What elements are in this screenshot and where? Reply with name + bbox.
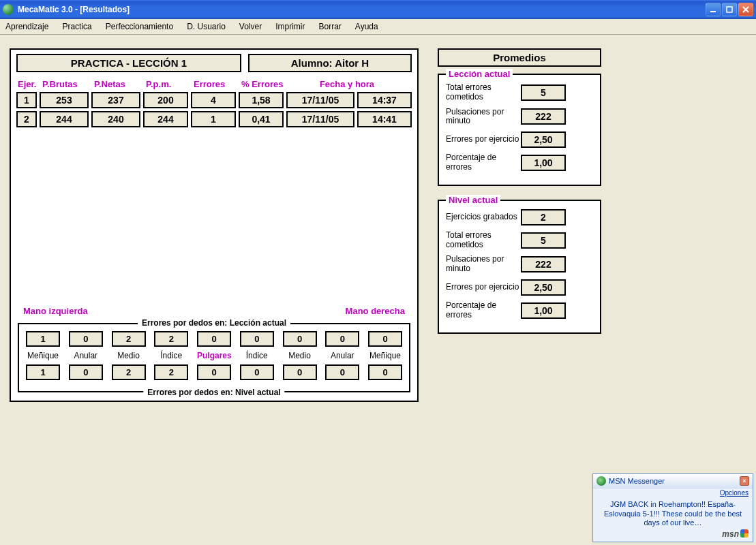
stat-value: 222 [521,256,566,272]
finger-error-cell: 2 [154,364,188,380]
table-cell: 14:41 [357,111,412,127]
table-cell: 237 [91,92,140,108]
finger-error-cell: 0 [325,364,359,380]
finger-label: Meñique [26,351,60,360]
table-cell: 4 [191,92,236,108]
averages-panel: Promedios Lección actual Total errores c… [438,48,615,347]
lesson-legend: Lección actual [446,69,513,79]
finger-label: Meñique [368,351,402,360]
finger-error-cell: 0 [197,331,231,347]
table-cell: 1,58 [239,92,284,108]
stat-label: Errores por ejercicio [446,283,521,292]
finger-label: Índice [240,351,274,360]
table-cell: 0,41 [239,111,284,127]
finger-error-cell: 0 [69,331,103,347]
stat-row: Total errores cometidos5 [446,83,593,102]
stat-label: Ejercicios grabados [446,213,521,222]
finger-error-cell: 0 [283,364,317,380]
table-cell: 244 [143,111,188,127]
menu-perfeccionamiento[interactable]: Perfeccionamiento [106,22,173,31]
menu-practica[interactable]: Practica [62,22,91,31]
averages-header: Promedios [438,48,601,67]
menu-d-usuario[interactable]: D. Usuario [187,22,226,31]
finger-error-cell: 2 [154,331,188,347]
finger-error-cell: 0 [325,331,359,347]
msn-brand: msn [593,529,753,542]
finger-label: Índice [154,351,188,360]
stat-label: Pulsaciones por minuto [446,255,521,274]
stat-label: Porcentaje de errores [446,153,521,172]
stat-label: Pulsaciones por minuto [446,108,521,127]
menu-imprimir[interactable]: Imprimir [275,22,305,31]
stat-row: Pulsaciones por minuto222 [446,255,593,274]
table-cell: 17/11/05 [286,111,354,127]
finger-error-cell: 0 [240,364,274,380]
finger-error-cell: 0 [197,364,231,380]
table-cell: 244 [40,111,89,127]
stat-label: Errores por ejercicio [446,135,521,144]
window-title: MecaMatic 3.0 - [Resultados] [18,5,706,14]
finger-label: Pulgares [197,351,231,360]
finger-error-cell: 0 [368,331,402,347]
lesson-averages-fieldset: Lección actual Total errores cometidos5P… [438,74,601,186]
results-table: 125323720041,5817/11/0514:37224424024410… [16,92,412,127]
stat-row: Porcentaje de errores1,00 [446,153,593,172]
level-legend: Nivel actual [446,195,500,205]
student-header: Alumno: Aitor H [248,54,412,72]
menu-volver[interactable]: Volver [239,22,262,31]
finger-error-cell: 0 [368,364,402,380]
level-averages-fieldset: Nivel actual Ejercicios grabados2Total e… [438,200,601,334]
msn-close-button[interactable]: × [740,476,749,486]
window-close-button[interactable] [738,3,753,16]
table-cell: 2 [16,111,37,127]
finger-label: Medio [283,351,317,360]
finger-error-cell: 1 [26,364,60,380]
stat-label: Total errores cometidos [446,231,521,250]
msn-messenger-popup[interactable]: MSN Messenger × Opciones JGM BACK in Roe… [592,473,753,542]
finger-label: Medio [112,351,146,360]
table-cell: 200 [143,92,188,108]
window-maximize-button[interactable] [722,3,737,16]
stat-value: 2,50 [521,131,566,148]
app-icon [3,4,14,15]
stat-value: 5 [521,84,566,101]
table-cell: 240 [91,111,140,127]
results-panel: PRACTICA - LECCIÓN 1 Alumno: Aitor H Eje… [10,48,419,402]
stat-value: 222 [521,108,566,125]
stat-value: 5 [521,232,566,249]
table-cell: 253 [40,92,89,108]
menu-ayuda[interactable]: Ayuda [355,22,378,31]
svg-rect-1 [727,7,732,12]
stat-row: Porcentaje de errores1,00 [446,301,593,320]
stat-row: Errores por ejercicio2,50 [446,279,593,296]
left-hand-label: Mano izquierda [23,306,88,316]
table-cell: 1 [191,111,236,127]
menu-borrar[interactable]: Borrar [319,22,342,31]
stat-value: 1,00 [521,302,566,319]
window-minimize-button[interactable] [706,3,721,16]
stat-row: Pulsaciones por minuto222 [446,108,593,127]
window-titlebar: MecaMatic 3.0 - [Resultados] [0,0,756,19]
column-headers: Ejer. P.Brutas P.Netas P.p.m. Errores % … [18,79,412,89]
stat-row: Total errores cometidos5 [446,231,593,250]
svg-rect-0 [710,11,716,12]
finger-label: Anular [325,351,359,360]
table-cell: 14:37 [357,92,412,108]
stat-row: Errores por ejercicio2,50 [446,131,593,148]
finger-errors-lesson-title: Errores por dedos en: Lección actual [138,318,290,328]
table-row: 125323720041,5817/11/0514:37 [16,92,412,108]
table-cell: 17/11/05 [286,92,354,108]
stat-row: Ejercicios grabados2 [446,209,593,225]
stat-label: Porcentaje de errores [446,301,521,320]
msn-options-link[interactable]: Opciones [593,488,753,497]
msn-titlebar: MSN Messenger × [593,474,753,488]
lesson-header: PRACTICA - LECCIÓN 1 [16,54,241,72]
table-row: 224424024410,4117/11/0514:41 [16,111,412,127]
finger-errors-level-title: Errores por dedos en: Nivel actual [143,388,284,397]
menu-aprendizaje[interactable]: Aprendizaje [5,22,48,31]
finger-error-cell: 2 [112,364,146,380]
finger-error-cell: 1 [26,331,60,347]
msn-message-body[interactable]: JGM BACK in Roehampton!! España-Eslovaqu… [593,497,753,529]
stat-value: 1,00 [521,155,566,171]
finger-error-cell: 0 [69,364,103,380]
